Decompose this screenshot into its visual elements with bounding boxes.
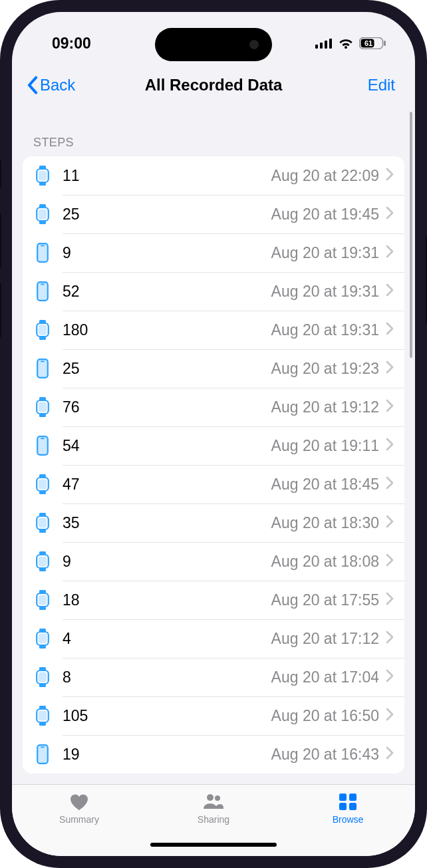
wifi-icon	[338, 37, 354, 49]
tab-sharing[interactable]: Sharing	[147, 792, 280, 825]
table-row[interactable]: 8Aug 20 at 17:04	[23, 658, 404, 696]
step-value: 54	[63, 437, 80, 455]
svg-rect-66	[339, 803, 347, 810]
step-date: Aug 20 at 18:30	[271, 514, 379, 532]
phone-icon	[32, 436, 53, 456]
svg-rect-51	[39, 634, 47, 644]
edit-button[interactable]: Edit	[368, 76, 395, 94]
step-date: Aug 20 at 18:08	[271, 553, 379, 571]
svg-rect-25	[41, 361, 45, 362]
chevron-right-icon	[386, 669, 394, 685]
step-value: 4	[63, 630, 71, 648]
svg-text:61: 61	[364, 39, 372, 47]
tab-browse[interactable]: Browse	[281, 792, 414, 825]
step-value: 105	[63, 707, 88, 725]
phone-icon	[32, 359, 53, 378]
table-row[interactable]: 18Aug 20 at 17:55	[23, 581, 404, 619]
phone-icon	[32, 243, 53, 263]
svg-rect-24	[37, 359, 48, 378]
table-row[interactable]: 52Aug 20 at 19:31	[23, 272, 404, 311]
svg-rect-23	[39, 325, 47, 335]
step-date: Aug 20 at 17:55	[271, 591, 379, 609]
watch-icon	[32, 204, 53, 224]
chevron-right-icon	[386, 476, 394, 492]
step-date: Aug 20 at 22:09	[271, 167, 379, 185]
step-value: 9	[63, 244, 71, 262]
chevron-right-icon	[386, 206, 394, 222]
step-date: Aug 20 at 19:11	[271, 437, 379, 455]
chevron-right-icon	[386, 592, 394, 608]
step-value: 8	[63, 668, 71, 686]
table-row[interactable]: 4Aug 20 at 17:12	[23, 619, 404, 658]
phone-icon	[32, 281, 53, 301]
step-date: Aug 20 at 19:31	[271, 244, 379, 262]
step-value: 9	[63, 553, 71, 571]
step-date: Aug 20 at 19:12	[271, 398, 379, 416]
table-row[interactable]: 9Aug 20 at 19:31	[23, 233, 404, 272]
table-row[interactable]: 180Aug 20 at 19:31	[23, 311, 404, 349]
step-date: Aug 20 at 16:50	[271, 707, 379, 725]
chevron-right-icon	[386, 168, 394, 184]
heart-icon	[68, 792, 90, 811]
home-indicator[interactable]	[150, 843, 277, 847]
svg-rect-47	[39, 595, 47, 605]
svg-rect-6	[384, 41, 386, 46]
cellular-icon	[315, 38, 333, 49]
step-date: Aug 20 at 19:31	[271, 321, 379, 339]
step-date: Aug 20 at 19:23	[271, 360, 379, 378]
chevron-right-icon	[386, 361, 394, 376]
svg-rect-11	[39, 171, 47, 181]
step-value: 11	[63, 167, 80, 185]
svg-rect-18	[37, 282, 48, 301]
table-row[interactable]: 76Aug 20 at 19:12	[23, 388, 404, 426]
device-frame: 09:00 61 Back All Recorded Data Edit	[0, 0, 427, 868]
chevron-right-icon	[386, 553, 394, 569]
svg-rect-0	[315, 45, 318, 49]
volume-up-button	[0, 213, 1, 269]
table-row[interactable]: 54Aug 20 at 19:11	[23, 426, 404, 465]
svg-rect-60	[37, 745, 48, 764]
chevron-right-icon	[386, 515, 394, 531]
svg-rect-17	[41, 245, 45, 246]
chevron-left-icon	[27, 76, 39, 94]
scroll-indicator[interactable]	[410, 112, 412, 358]
chevron-right-icon	[386, 438, 394, 454]
svg-rect-43	[39, 557, 47, 567]
svg-rect-29	[39, 402, 47, 412]
table-row[interactable]: 9Aug 20 at 18:08	[23, 542, 404, 581]
table-row[interactable]: 19Aug 20 at 16:43	[23, 735, 404, 774]
step-value: 47	[63, 476, 80, 494]
status-right: 61	[315, 37, 386, 49]
table-row[interactable]: 11Aug 20 at 22:09	[23, 156, 404, 195]
chevron-right-icon	[386, 708, 394, 724]
chevron-right-icon	[386, 322, 394, 338]
status-time: 09:00	[52, 35, 91, 53]
tab-label: Summary	[59, 814, 99, 825]
svg-point-62	[207, 794, 214, 801]
content[interactable]: STEPS 11Aug 20 at 22:0925Aug 20 at 19:45…	[12, 106, 415, 784]
step-date: Aug 20 at 17:04	[271, 668, 379, 686]
watch-icon	[32, 706, 53, 726]
table-row[interactable]: 47Aug 20 at 18:45	[23, 465, 404, 504]
chevron-right-icon	[386, 399, 394, 415]
tab-summary[interactable]: Summary	[13, 792, 146, 825]
step-value: 25	[63, 206, 80, 223]
step-date: Aug 20 at 18:45	[271, 476, 379, 494]
back-button[interactable]: Back	[27, 76, 75, 94]
svg-rect-1	[320, 43, 323, 49]
svg-rect-59	[39, 711, 47, 721]
page-title: All Recorded Data	[145, 76, 283, 94]
table-row[interactable]: 25Aug 20 at 19:23	[23, 349, 404, 388]
table-row[interactable]: 25Aug 20 at 19:45	[23, 195, 404, 233]
step-value: 19	[63, 746, 80, 764]
watch-icon	[32, 397, 53, 417]
back-label: Back	[40, 76, 75, 94]
table-row[interactable]: 105Aug 20 at 16:50	[23, 696, 404, 735]
tab-label: Sharing	[198, 814, 229, 825]
screen: 09:00 61 Back All Recorded Data Edit	[12, 12, 415, 856]
step-value: 25	[63, 360, 80, 378]
svg-rect-15	[39, 210, 47, 219]
chevron-right-icon	[386, 631, 394, 647]
watch-icon	[32, 667, 53, 687]
table-row[interactable]: 35Aug 20 at 18:30	[23, 504, 404, 542]
